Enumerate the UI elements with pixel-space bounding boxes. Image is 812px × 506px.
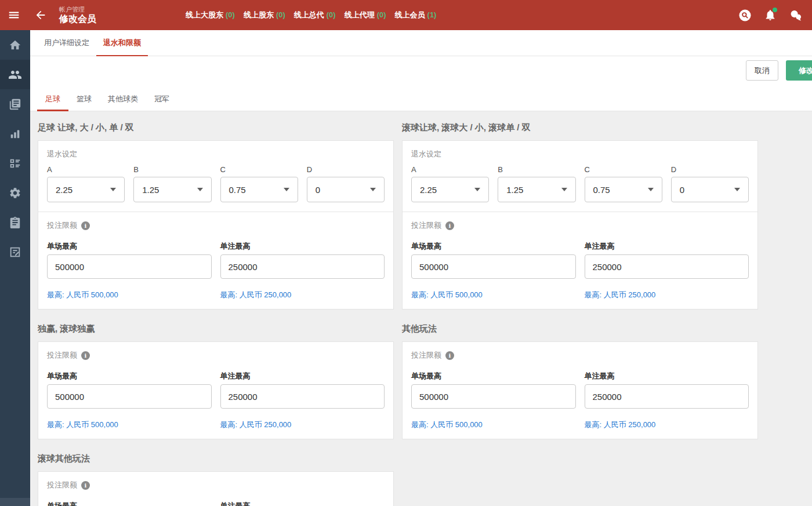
rebate-option-label: C: [220, 165, 298, 174]
notifications-icon[interactable]: [761, 6, 780, 24]
max-per-match-input[interactable]: [47, 384, 212, 409]
sidebar-item-home[interactable]: [0, 30, 30, 60]
sidebar-item-logs[interactable]: [0, 237, 30, 267]
tab-user-details[interactable]: 用户详细设定: [37, 30, 96, 56]
info-icon[interactable]: [445, 221, 454, 230]
menu-icon[interactable]: [5, 6, 23, 24]
tab-champion[interactable]: 冠军: [146, 88, 177, 111]
chevron-down-icon: [197, 188, 203, 191]
sidebar-item-tasks[interactable]: [0, 208, 30, 237]
rebate-select-c[interactable]: 0.75: [585, 177, 662, 202]
settings-icon: [9, 187, 21, 199]
info-icon[interactable]: [81, 351, 90, 360]
action-bar: 取消 修改: [30, 56, 812, 88]
chevron-down-icon: [561, 188, 567, 191]
info-icon[interactable]: [81, 481, 90, 490]
chart-icon: [9, 128, 21, 140]
sidebar-item-settings[interactable]: [0, 178, 30, 208]
nav-online-master-agent[interactable]: 线上总代(0): [294, 10, 336, 20]
rebate-select-d[interactable]: 0: [307, 177, 385, 202]
chevron-down-icon: [370, 188, 376, 191]
bet-limit-label: 投注限额: [47, 350, 385, 361]
documents-icon: [9, 98, 21, 111]
nav-online-member[interactable]: 线上会员(1): [395, 10, 437, 20]
chevron-down-icon: [648, 188, 654, 191]
tab-football[interactable]: 足球: [37, 88, 68, 111]
section-title: 滚球让球, 滚球大 / 小, 滚球单 / 双: [402, 122, 758, 133]
page-title: 修改会员: [59, 14, 96, 24]
notes-icon: [9, 246, 21, 259]
tab-rebate-limits[interactable]: 退水和限额: [96, 30, 148, 56]
tab-other-sports[interactable]: 其他球类: [100, 88, 146, 111]
max-per-bet-input[interactable]: [585, 384, 749, 409]
chevron-down-icon: [734, 188, 740, 191]
rebate-option-label: D: [307, 165, 385, 174]
max-per-match-input[interactable]: [411, 384, 576, 409]
clipboard-icon: [9, 216, 21, 229]
rebate-option-label: B: [133, 165, 211, 174]
tab-basketball[interactable]: 篮球: [68, 88, 100, 111]
rebate-select-d[interactable]: 0: [671, 177, 749, 202]
nav-online-shareholder[interactable]: 线上股东(0): [244, 10, 285, 20]
users-icon: [8, 68, 22, 82]
submit-button[interactable]: 修改: [786, 60, 812, 81]
content-area: 足球 让球, 大 / 小, 单 / 双 退水设定 A 2.25 B 1.25 C…: [30, 111, 812, 506]
max-per-bet-input[interactable]: [220, 384, 385, 409]
nav-online-agent[interactable]: 线上代理(0): [345, 10, 386, 20]
bet-limit-label: 投注限额: [411, 350, 749, 361]
max-per-match-input[interactable]: [411, 254, 576, 279]
rebate-select-a[interactable]: 2.25: [411, 177, 489, 202]
notification-badge: [773, 8, 777, 12]
max-per-bet-input[interactable]: [220, 254, 385, 279]
rebate-select-b[interactable]: 1.25: [498, 177, 575, 202]
section-card: 投注限额 单场最高 最高: 人民币 500,000 单注最高 最高: 人民币 2…: [38, 471, 394, 506]
chat-icon[interactable]: [786, 6, 805, 24]
rebate-option-label: C: [585, 165, 662, 174]
section-card: 退水设定 A 2.25 B 1.25 C 0.75 D 0 投注限额: [402, 140, 758, 310]
rebate-option-label: D: [671, 165, 749, 174]
section-card: 投注限额 单场最高 最高: 人民币 500,000 单注最高 最高: 人民币 2…: [402, 341, 758, 439]
rebate-option-label: B: [498, 165, 575, 174]
section-title: 其他玩法: [402, 323, 758, 334]
app-header: 帐户管理 修改会员 线上大股东(0) 线上股东(0) 线上总代(0) 线上代理(…: [0, 0, 812, 30]
info-icon[interactable]: [445, 351, 454, 360]
section-title: 足球 让球, 大 / 小, 单 / 双: [38, 122, 394, 133]
sidebar-item-catalog[interactable]: [0, 148, 30, 178]
sidebar-footer: [0, 498, 30, 506]
back-arrow-icon[interactable]: [31, 6, 50, 24]
max-per-bet-input[interactable]: [585, 254, 749, 279]
home-icon: [9, 39, 21, 52]
sidebar-item-reports[interactable]: [0, 89, 30, 119]
page-title-block: 帐户管理 修改会员: [59, 6, 96, 24]
section-title: 滚球其他玩法: [38, 453, 394, 464]
limit-hint: 最高: 人民币 500,000: [47, 420, 212, 430]
breadcrumb: 帐户管理: [59, 6, 96, 13]
rebate-select-a[interactable]: 2.25: [47, 177, 125, 202]
sidebar-item-users[interactable]: [0, 60, 30, 89]
search-icon[interactable]: [735, 6, 754, 24]
cancel-button[interactable]: 取消: [746, 60, 778, 81]
chevron-down-icon: [284, 188, 289, 191]
nav-online-major-shareholder[interactable]: 线上大股东(0): [186, 10, 235, 20]
rebate-select-c[interactable]: 0.75: [220, 177, 298, 202]
header-actions: [735, 0, 805, 30]
divider: [38, 212, 393, 212]
limit-hint: 最高: 人民币 500,000: [47, 290, 212, 300]
chevron-down-icon: [110, 188, 116, 191]
rebate-select-b[interactable]: 1.25: [133, 177, 211, 202]
sidebar-item-statistics[interactable]: [0, 119, 30, 148]
max-per-match-input[interactable]: [47, 254, 212, 279]
limit-hint: 最高: 人民币 250,000: [220, 420, 385, 430]
divider: [403, 212, 757, 212]
bet-limit-label: 投注限额: [47, 480, 385, 490]
rebate-settings-label: 退水设定: [411, 149, 749, 159]
rebate-option-label: A: [47, 165, 125, 174]
info-icon[interactable]: [81, 221, 90, 230]
rebate-settings-label: 退水设定: [47, 149, 385, 159]
section-card: 投注限额 单场最高 最高: 人民币 500,000 单注最高 最高: 人民币 2…: [38, 341, 394, 439]
limit-hint: 最高: 人民币 500,000: [411, 420, 576, 430]
rebate-option-label: A: [411, 165, 489, 174]
section-card: 退水设定 A 2.25 B 1.25 C 0.75 D 0 投注限额: [38, 140, 394, 310]
bet-limit-label: 投注限额: [47, 220, 385, 231]
limit-hint: 最高: 人民币 250,000: [220, 290, 385, 300]
